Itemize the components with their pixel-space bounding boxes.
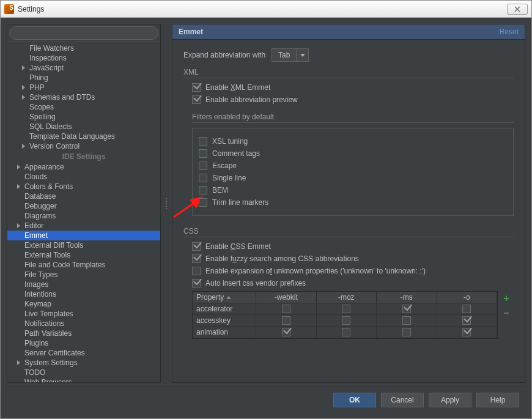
tree-item[interactable]: Database xyxy=(7,191,160,201)
filter-checkbox[interactable]: Comment tags xyxy=(199,149,507,158)
table-cell[interactable] xyxy=(317,315,377,326)
filter-checkbox[interactable]: Escape xyxy=(199,161,507,170)
expand-arrow-icon xyxy=(17,165,20,169)
tree-item[interactable]: Images xyxy=(7,280,160,289)
enable-abbrev-preview-checkbox[interactable]: Enable abbreviation preview xyxy=(192,95,514,104)
add-row-button[interactable]: + xyxy=(500,292,512,305)
tree-item[interactable]: Colors & Fonts xyxy=(7,182,160,191)
enable-fuzzy-checkbox[interactable]: Enable fuzzy search among CSS abbreviati… xyxy=(192,254,514,263)
tree-item[interactable]: File and Code Templates xyxy=(7,260,160,270)
enable-css-emmet-checkbox[interactable]: Enable CSS Emmet xyxy=(192,242,514,251)
tree-item[interactable]: Diagrams xyxy=(7,211,160,221)
tree-item[interactable]: Server Certificates xyxy=(7,348,160,358)
tree-item-label: File and Code Templates xyxy=(24,261,106,269)
tree-item[interactable]: SQL Dialects xyxy=(7,122,160,132)
tree-item[interactable]: TODO xyxy=(7,368,160,377)
tree-item[interactable]: Spelling xyxy=(7,112,160,122)
table-cell[interactable] xyxy=(377,327,437,338)
table-row[interactable]: accesskey xyxy=(193,315,497,327)
expand-select[interactable]: Tab xyxy=(272,48,309,62)
tree-item[interactable]: Live Templates xyxy=(7,309,160,319)
tree-item-label: TODO xyxy=(24,368,45,377)
help-button[interactable]: Help xyxy=(476,393,519,407)
table-row[interactable]: accelerator xyxy=(193,303,497,315)
tree-item[interactable]: Appearance xyxy=(7,162,160,172)
window-title: Settings xyxy=(18,5,507,13)
tree-item-label: Phing xyxy=(29,73,48,82)
tree-item[interactable]: Version Control xyxy=(7,141,160,151)
settings-tree[interactable]: File WatchersInspectionsJavaScriptPhingP… xyxy=(7,42,160,382)
expand-arrow-icon xyxy=(22,65,25,70)
property-name: accelerator xyxy=(193,303,256,314)
table-header-cell[interactable]: -ms xyxy=(377,292,437,303)
reset-link[interactable]: Reset xyxy=(500,28,519,36)
tree-item[interactable]: Schemas and DTDs xyxy=(7,92,160,102)
tree-item[interactable]: System Settings xyxy=(7,358,160,368)
tree-item-label: Plugins xyxy=(24,339,48,347)
tree-item[interactable]: External Tools xyxy=(7,250,160,260)
filter-checkbox[interactable]: XSL tuning xyxy=(199,137,507,146)
tree-item[interactable]: File Types xyxy=(7,270,160,280)
expand-select-value: Tab xyxy=(272,51,296,59)
table-cell[interactable] xyxy=(437,315,498,326)
tree-item-label: File Watchers xyxy=(29,44,74,53)
css-section-title: CSS xyxy=(183,227,514,235)
table-cell[interactable] xyxy=(317,327,377,338)
page-title: Emmet xyxy=(179,28,203,36)
tree-item[interactable]: Emmet xyxy=(7,231,160,240)
table-header-cell[interactable]: Property xyxy=(193,292,256,303)
vendor-prefix-table[interactable]: Property-webkit-moz-ms-o acceleratoracce… xyxy=(192,291,498,339)
tree-item[interactable]: Web Browsers xyxy=(7,377,160,382)
enable-xml-emmet-checkbox[interactable]: Enable XML Emmet xyxy=(192,83,514,92)
enable-unknown-checkbox[interactable]: Enable expansion of unknown properties (… xyxy=(192,267,514,275)
table-cell[interactable] xyxy=(317,303,377,314)
cancel-button[interactable]: Cancel xyxy=(381,393,424,407)
checkbox-icon xyxy=(199,198,207,207)
checkbox-icon xyxy=(192,254,201,263)
tree-item[interactable]: External Diff Tools xyxy=(7,240,160,250)
tree-item[interactable]: Keymap xyxy=(7,299,160,309)
tree-item[interactable]: File Watchers xyxy=(7,43,160,53)
tree-item[interactable]: Notifications xyxy=(7,319,160,328)
filter-checkbox[interactable]: Single line xyxy=(199,174,507,182)
table-cell[interactable] xyxy=(256,315,317,326)
tree-item[interactable]: Clouds xyxy=(7,172,160,182)
tree-item[interactable]: JavaScript xyxy=(7,63,160,73)
checkbox-icon xyxy=(402,316,411,325)
table-cell[interactable] xyxy=(437,303,498,314)
apply-button[interactable]: Apply xyxy=(429,393,471,407)
tree-item[interactable]: Debugger xyxy=(7,201,160,211)
tree-item-label: Diagrams xyxy=(24,212,56,220)
splitter[interactable] xyxy=(164,24,168,383)
ok-button[interactable]: OK xyxy=(333,393,376,407)
table-header-cell[interactable]: -moz xyxy=(317,292,377,303)
table-cell[interactable] xyxy=(377,315,437,326)
auto-prefix-checkbox[interactable]: Auto insert css vendor prefixes xyxy=(192,279,514,287)
table-row[interactable]: animation xyxy=(193,327,497,338)
expand-arrow-icon xyxy=(17,223,20,228)
tree-item[interactable]: Scopes xyxy=(7,102,160,112)
remove-row-button[interactable]: − xyxy=(500,307,512,319)
tree-item-label: Template Data Languages xyxy=(29,132,115,141)
filter-checkbox[interactable]: BEM xyxy=(199,186,507,195)
tree-item[interactable]: Phing xyxy=(7,73,160,83)
search-input[interactable] xyxy=(9,26,158,40)
chevron-down-icon xyxy=(296,49,308,61)
checkbox-icon xyxy=(199,137,207,146)
tree-item[interactable]: Template Data Languages xyxy=(7,132,160,141)
tree-item[interactable]: PHP xyxy=(7,83,160,92)
table-cell[interactable] xyxy=(377,303,437,314)
filter-checkbox[interactable]: Trim line markers xyxy=(199,198,507,207)
table-header-cell[interactable]: -o xyxy=(437,292,498,303)
tree-item[interactable]: Plugins xyxy=(7,338,160,348)
tree-item[interactable]: Intentions xyxy=(7,289,160,299)
table-cell[interactable] xyxy=(256,327,317,338)
table-header-cell[interactable]: -webkit xyxy=(256,292,317,303)
checkbox-icon xyxy=(342,305,350,313)
window-close-button[interactable] xyxy=(507,4,528,15)
table-cell[interactable] xyxy=(256,303,317,314)
tree-item[interactable]: Inspections xyxy=(7,53,160,63)
tree-item[interactable]: Editor xyxy=(7,221,160,231)
table-cell[interactable] xyxy=(437,327,498,338)
tree-item[interactable]: Path Variables xyxy=(7,328,160,338)
